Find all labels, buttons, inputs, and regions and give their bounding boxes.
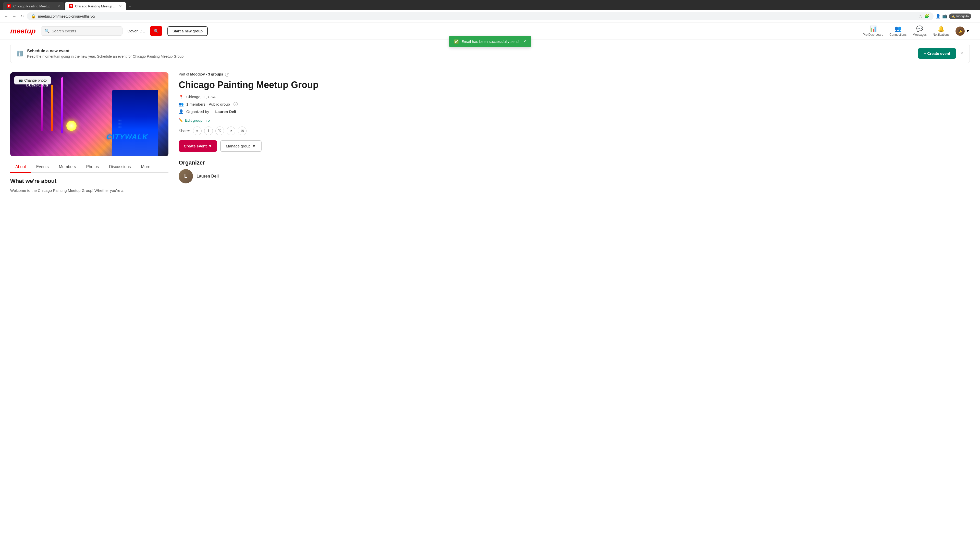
organized-by-label: Organized by (186, 110, 209, 114)
nav-pro-dashboard[interactable]: 📊 Pro Dashboard (863, 25, 883, 37)
facebook-icon: f (208, 129, 209, 133)
share-linkedin-button[interactable]: in (227, 127, 235, 135)
share-icons: 𝔫 f 𝕏 in ✉ (193, 127, 247, 135)
share-pinterest-button[interactable]: 𝔫 (193, 127, 202, 135)
address-bar[interactable]: 🔒 meetup.com/meetup-group-ulfhsivo/ ☆ 🧩 (27, 12, 934, 20)
cast-icon[interactable]: 📺 (942, 14, 947, 19)
organizer-avatar: L (179, 169, 193, 183)
browser-tab-1[interactable]: M Chicago Painting Meetup Grou... ✕ (3, 2, 64, 10)
address-bar-row: ← → ↻ 🔒 meetup.com/meetup-group-ulfhsivo… (0, 10, 980, 22)
search-button[interactable]: 🔍 (150, 26, 162, 36)
incognito-label: Incognito (956, 14, 969, 18)
tab-about[interactable]: About (10, 162, 31, 172)
browser-tab-2[interactable]: M Chicago Painting Meetup Grou... ✕ (65, 2, 126, 10)
blue-building (112, 90, 158, 156)
about-description: Welcome to the Chicago Painting Meetup G… (10, 187, 169, 194)
create-event-action-button[interactable]: Create event ▼ (179, 140, 217, 152)
tab2-close[interactable]: ✕ (119, 4, 122, 8)
group-members: 1 members · Public group (186, 102, 230, 106)
location-text: Dover, DE (127, 29, 145, 33)
edit-group-link[interactable]: ✏️ Edit group info (179, 118, 970, 122)
new-tab-button[interactable]: + (127, 3, 134, 10)
meetup-logo[interactable]: meetup (10, 27, 36, 35)
create-event-label: Create event (184, 144, 207, 148)
share-label: Share: (179, 129, 190, 133)
reload-button[interactable]: ↻ (19, 13, 25, 20)
blue-dots (118, 95, 153, 151)
about-title: What we're about (10, 178, 169, 184)
notifications-icon: 🔔 (938, 25, 945, 32)
incognito-icon: 🕵 (951, 14, 955, 18)
tab-events[interactable]: Events (31, 162, 54, 172)
user-avatar-area[interactable]: 🧑 ▼ (956, 27, 970, 36)
browser-right-icons: 👤 📺 🕵 Incognito ⋮ (935, 14, 977, 19)
change-photo-label: Change photo (24, 78, 47, 83)
tab-members[interactable]: Members (54, 162, 81, 172)
change-photo-button[interactable]: 📷 Change photo (14, 76, 51, 84)
back-button[interactable]: ← (3, 13, 9, 20)
edit-pencil-icon: ✏️ (179, 118, 183, 122)
info-banner-description: Keep the momentum going in the new year.… (27, 54, 914, 59)
start-new-group-button[interactable]: Start a new group (167, 26, 208, 36)
linkedin-icon: in (230, 129, 232, 132)
tab2-favicon: M (69, 4, 73, 8)
members-icon: 👥 (179, 102, 184, 106)
nav-messages[interactable]: 💬 Messages (913, 25, 927, 37)
success-close-button[interactable]: × (523, 39, 526, 44)
tab-photos[interactable]: Photos (81, 162, 104, 172)
neon-pole-2 (51, 85, 53, 131)
part-of-label: Part of (179, 72, 189, 76)
meta-members-row: 👥 1 members · Public group ? (179, 102, 970, 106)
tab-more[interactable]: More (136, 162, 156, 172)
avatar-chevron-icon: ▼ (966, 29, 970, 33)
extensions-icon[interactable]: 🧩 (924, 14, 929, 19)
messages-icon: 💬 (916, 25, 923, 32)
share-twitter-button[interactable]: 𝕏 (215, 127, 224, 135)
pro-dashboard-label: Pro Dashboard (863, 33, 883, 37)
search-input[interactable] (52, 29, 119, 33)
group-location: Chicago, IL, USA (186, 95, 216, 99)
lock-icon: 🔒 (31, 14, 36, 19)
organizer-icon: 👤 (179, 109, 184, 114)
citywalk-sign: CITYWALK (107, 133, 148, 141)
network-info-badge[interactable]: ? (225, 73, 229, 77)
share-facebook-button[interactable]: f (204, 127, 213, 135)
incognito-badge: 🕵 Incognito (949, 14, 971, 19)
banner-close-button[interactable]: × (960, 51, 963, 56)
tab-discussions[interactable]: Discussions (104, 162, 136, 172)
organizer-section: Organizer L Lauren Deli (179, 157, 970, 183)
action-buttons: Create event ▼ Manage group ▼ (179, 140, 970, 152)
forward-button[interactable]: → (11, 13, 18, 20)
share-email-button[interactable]: ✉ (238, 127, 247, 135)
nav-connections[interactable]: 👥 Connections (889, 25, 907, 37)
location-section: Dover, DE (127, 29, 145, 33)
part-of-section: Part of Moodjoy - 3 groups ? (179, 72, 970, 77)
main-content: Coca-Cola CITYWALK 📷 Change photo About … (0, 67, 980, 199)
right-column: Part of Moodjoy - 3 groups ? Chicago Pai… (179, 72, 970, 194)
manage-group-chevron-icon: ▼ (252, 144, 256, 148)
create-event-chevron-icon: ▼ (208, 144, 212, 148)
search-bar-container[interactable]: 🔍 (41, 26, 123, 36)
success-check-icon: ✅ (454, 39, 459, 44)
manage-group-button[interactable]: Manage group ▼ (220, 140, 262, 152)
star-icon[interactable]: ☆ (919, 14, 922, 19)
address-text: meetup.com/meetup-group-ulfhsivo/ (38, 14, 917, 18)
left-column: Coca-Cola CITYWALK 📷 Change photo About … (10, 72, 169, 194)
nav-notifications[interactable]: 🔔 Notifications (933, 25, 950, 37)
organizer-section-name: Lauren Deli (197, 174, 219, 179)
messages-label: Messages (913, 33, 927, 37)
pro-dashboard-icon: 📊 (870, 25, 877, 32)
profile-icon[interactable]: 👤 (935, 14, 941, 19)
tab2-title: Chicago Painting Meetup Grou... (75, 4, 117, 8)
members-info-badge[interactable]: ? (234, 102, 238, 106)
globe-light (66, 121, 76, 131)
connections-label: Connections (889, 33, 907, 37)
neon-pole-3 (61, 77, 63, 133)
create-event-button[interactable]: + Create event (918, 48, 956, 59)
meta-organizer-row: 👤 Organized by Lauren Deli (179, 109, 970, 114)
group-meta: 📍 Chicago, IL, USA 👥 1 members · Public … (179, 94, 970, 114)
menu-icon[interactable]: ⋮ (973, 14, 977, 19)
group-title: Chicago Painting Meetup Group (179, 79, 970, 90)
organizer-section-title: Organizer (179, 159, 970, 166)
tab1-close[interactable]: ✕ (57, 4, 60, 8)
